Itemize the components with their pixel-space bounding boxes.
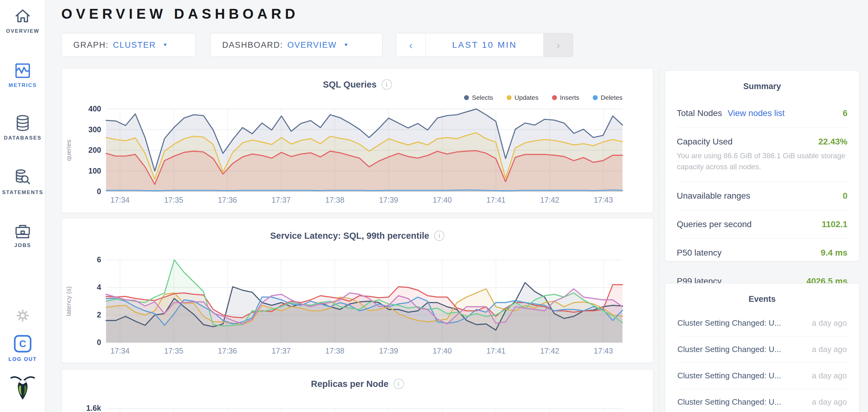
logout-button[interactable]: C LOG OUT bbox=[0, 334, 45, 363]
svg-text:6: 6 bbox=[97, 255, 101, 264]
chart-title: Service Latency: SQL, 99th percentile bbox=[270, 231, 429, 241]
chart-title: SQL Queries bbox=[323, 79, 376, 90]
event-text[interactable]: Cluster Setting Changed: U... bbox=[677, 371, 781, 380]
view-nodes-list-link[interactable]: View nodes list bbox=[727, 108, 785, 118]
info-icon[interactable]: i bbox=[381, 79, 392, 90]
info-icon[interactable]: i bbox=[394, 379, 404, 389]
svg-text:queries: queries bbox=[65, 140, 72, 161]
replicas-per-node-card: Replicas per Node i 1.6k bbox=[61, 369, 653, 412]
sidebar: OVERVIEW METRICS DATABASES bbox=[0, 0, 45, 412]
settings-gear-button[interactable] bbox=[0, 309, 45, 322]
replicas-per-node-chart[interactable]: 1.6k bbox=[62, 398, 653, 412]
svg-text:17:36: 17:36 bbox=[218, 196, 237, 204]
graph-dropdown-label: GRAPH: bbox=[73, 40, 109, 50]
graph-dropdown-value: CLUSTER bbox=[113, 40, 156, 50]
time-range-value[interactable]: LAST 10 MIN bbox=[426, 33, 544, 57]
time-next-button[interactable]: › bbox=[544, 33, 573, 57]
svg-text:17:35: 17:35 bbox=[164, 196, 183, 204]
summary-value: 22.43% bbox=[818, 137, 847, 147]
svg-text:0: 0 bbox=[97, 338, 101, 346]
legend-dot-icon bbox=[507, 95, 512, 100]
chart-title: Replicas per Node bbox=[311, 379, 388, 389]
summary-panel: Summary Total Nodes View nodes list 6 Ca… bbox=[665, 70, 860, 262]
chart-legend: Selects Updates Inserts Deletes bbox=[464, 94, 622, 101]
legend-dot-icon bbox=[464, 95, 469, 100]
svg-text:1.6k: 1.6k bbox=[86, 404, 101, 412]
summary-label: Capacity Used bbox=[677, 137, 733, 147]
summary-label: Unavailable ranges bbox=[677, 191, 750, 201]
svg-text:17:41: 17:41 bbox=[487, 196, 506, 204]
summary-label: Queries per second bbox=[677, 219, 751, 229]
home-icon bbox=[14, 7, 32, 25]
legend-dot-icon bbox=[552, 95, 557, 100]
svg-text:400: 400 bbox=[88, 104, 101, 113]
sql-queries-chart[interactable]: 010020030040017:3417:3517:3617:3717:3817… bbox=[62, 101, 653, 205]
cockroach-bug-icon bbox=[10, 374, 36, 401]
events-list: Cluster Setting Changed: U... a day ago … bbox=[677, 310, 847, 412]
event-text[interactable]: Cluster Setting Changed: U... bbox=[677, 318, 781, 328]
sidebar-item-label: DATABASES bbox=[4, 135, 41, 141]
dashboard-dropdown[interactable]: DASHBOARD: OVERVIEW ▼ bbox=[210, 33, 382, 57]
svg-text:17:43: 17:43 bbox=[594, 346, 613, 355]
sidebar-item-statements[interactable]: STATEMENTS bbox=[0, 169, 45, 196]
info-icon[interactable]: i bbox=[434, 231, 444, 241]
event-text[interactable]: Cluster Setting Changed: U... bbox=[677, 345, 781, 354]
graph-dropdown[interactable]: GRAPH: CLUSTER ▼ bbox=[61, 33, 195, 57]
svg-text:17:34: 17:34 bbox=[110, 346, 130, 355]
summary-label: P50 latency bbox=[677, 248, 721, 258]
event-timestamp: a day ago bbox=[812, 318, 847, 328]
sidebar-item-metrics[interactable]: METRICS bbox=[0, 62, 45, 89]
app-root: OVERVIEW METRICS DATABASES bbox=[0, 0, 868, 412]
svg-text:17:39: 17:39 bbox=[379, 196, 398, 204]
svg-text:latency (s): latency (s) bbox=[65, 286, 72, 316]
event-timestamp: a day ago bbox=[812, 345, 847, 354]
sidebar-item-databases[interactable]: DATABASES bbox=[0, 114, 45, 141]
event-timestamp: a day ago bbox=[812, 397, 847, 407]
summary-value: 9.4 ms bbox=[821, 248, 847, 258]
database-search-icon bbox=[14, 169, 32, 186]
sql-queries-card: SQL Queries i Selects Updates Inserts bbox=[61, 68, 653, 213]
svg-text:17:40: 17:40 bbox=[433, 196, 452, 204]
summary-row-qps: Queries per second 1102.1 bbox=[677, 210, 847, 238]
cockroach-logo[interactable] bbox=[0, 374, 45, 401]
events-panel: Events Cluster Setting Changed: U... a d… bbox=[665, 283, 860, 412]
dashboard-dropdown-value: OVERVIEW bbox=[287, 40, 337, 50]
event-timestamp: a day ago bbox=[812, 371, 847, 380]
svg-text:C: C bbox=[19, 339, 26, 349]
svg-text:17:40: 17:40 bbox=[433, 346, 452, 355]
service-latency-chart[interactable]: 024617:3417:3517:3617:3717:3817:3917:401… bbox=[62, 254, 653, 356]
legend-item: Selects bbox=[464, 94, 493, 101]
legend-item: Updates bbox=[507, 94, 538, 101]
sidebar-item-overview[interactable]: OVERVIEW bbox=[0, 7, 45, 34]
chart-header: Service Latency: SQL, 99th percentile i bbox=[62, 231, 653, 241]
chevron-down-icon: ▼ bbox=[344, 42, 349, 48]
sidebar-item-jobs[interactable]: JOBS bbox=[0, 223, 45, 248]
time-range-selector: ‹ LAST 10 MIN › bbox=[396, 33, 573, 57]
sidebar-item-label: STATEMENTS bbox=[2, 190, 43, 196]
svg-text:17:36: 17:36 bbox=[218, 346, 237, 355]
briefcase-icon bbox=[14, 223, 31, 239]
summary-row-total-nodes: Total Nodes View nodes list 6 bbox=[677, 99, 847, 127]
time-prev-button[interactable]: ‹ bbox=[396, 33, 426, 57]
event-row: Cluster Setting Changed: U... a day ago bbox=[677, 389, 847, 412]
summary-row-capacity: Capacity Used 22.43% You are using 86.6 … bbox=[677, 127, 847, 181]
legend-dot-icon bbox=[593, 95, 598, 100]
event-row: Cluster Setting Changed: U... a day ago bbox=[677, 336, 847, 363]
event-text[interactable]: Cluster Setting Changed: U... bbox=[677, 397, 781, 407]
legend-item: Deletes bbox=[593, 94, 622, 101]
summary-value: 6 bbox=[843, 108, 847, 118]
cockroach-c-icon: C bbox=[13, 334, 32, 353]
event-row: Cluster Setting Changed: U... a day ago bbox=[677, 363, 847, 389]
summary-value: 0 bbox=[843, 191, 847, 201]
summary-title: Summary bbox=[677, 71, 847, 91]
svg-text:4: 4 bbox=[97, 283, 101, 291]
svg-text:17:38: 17:38 bbox=[325, 346, 344, 355]
logout-label: LOG OUT bbox=[8, 356, 37, 363]
svg-text:17:37: 17:37 bbox=[272, 196, 291, 204]
svg-text:17:43: 17:43 bbox=[594, 196, 613, 204]
chart-header: SQL Queries i bbox=[62, 79, 653, 90]
svg-text:2: 2 bbox=[97, 310, 101, 319]
svg-text:17:39: 17:39 bbox=[379, 346, 398, 355]
sidebar-item-label: OVERVIEW bbox=[6, 28, 39, 34]
sidebar-item-label: METRICS bbox=[8, 82, 37, 89]
